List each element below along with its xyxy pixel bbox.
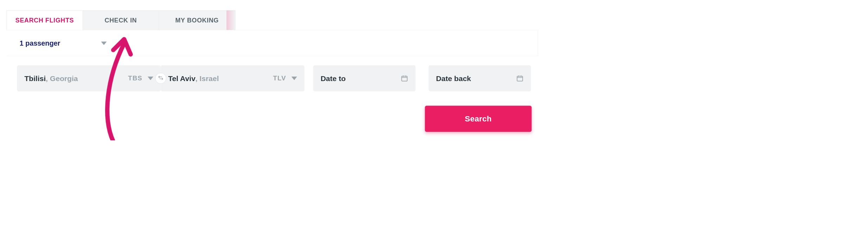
chevron-down-icon bbox=[101, 41, 107, 45]
passenger-label: 1 passenger bbox=[20, 39, 60, 47]
tab-label: My Booking bbox=[175, 16, 219, 24]
origin-field[interactable]: Tbilisi , Georgia TBS bbox=[17, 65, 161, 91]
origin-code: TBS bbox=[128, 75, 143, 82]
date-back-field[interactable]: Date back bbox=[429, 65, 531, 91]
calendar-icon bbox=[401, 75, 408, 82]
search-button[interactable]: Search bbox=[425, 106, 532, 132]
tab-my-booking[interactable]: My Booking bbox=[159, 11, 235, 30]
origin-country: , Georgia bbox=[46, 74, 78, 82]
tab-check-in[interactable]: Check In bbox=[83, 11, 159, 30]
tab-search-flights[interactable]: Search Flights bbox=[7, 11, 83, 30]
origin-city: Tbilisi bbox=[24, 74, 46, 82]
destination-city: Tel Aviv bbox=[168, 74, 196, 82]
search-row: Tbilisi , Georgia TBS Tel Aviv , Israel … bbox=[17, 65, 531, 91]
chevron-down-icon bbox=[148, 77, 153, 80]
destination-field[interactable]: Tel Aviv , Israel TLV bbox=[161, 65, 305, 91]
swap-button[interactable] bbox=[155, 73, 166, 84]
search-button-label: Search bbox=[465, 114, 491, 123]
tab-label: Search Flights bbox=[15, 17, 74, 24]
date-back-label: Date back bbox=[436, 74, 471, 82]
tab-label: Check In bbox=[105, 16, 137, 24]
date-to-label: Date to bbox=[321, 74, 346, 82]
tab-bar: Search Flights Check In My Booking bbox=[7, 11, 235, 30]
chevron-down-icon bbox=[292, 77, 297, 80]
calendar-icon bbox=[516, 75, 523, 82]
passenger-dropdown[interactable]: 1 passenger bbox=[20, 37, 107, 50]
destination-code: TLV bbox=[273, 75, 286, 82]
date-to-field[interactable]: Date to bbox=[313, 65, 416, 91]
swap-icon bbox=[158, 75, 164, 82]
destination-country: , Israel bbox=[195, 74, 219, 82]
svg-rect-1 bbox=[517, 76, 523, 81]
decorative-highlight bbox=[227, 11, 235, 30]
passenger-strip: 1 passenger bbox=[7, 30, 538, 56]
svg-rect-0 bbox=[402, 76, 407, 81]
